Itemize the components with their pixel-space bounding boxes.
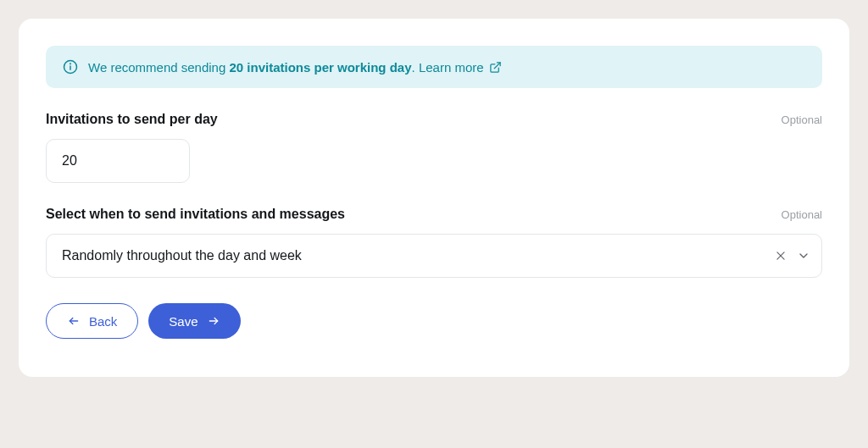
clear-icon[interactable] (775, 250, 787, 262)
schedule-label: Select when to send invitations and mess… (46, 207, 345, 222)
banner-suffix: . (412, 60, 419, 75)
field-header: Select when to send invitations and mess… (46, 207, 822, 222)
settings-card: We recommend sending 20 invitations per … (19, 19, 849, 377)
svg-line-3 (494, 62, 500, 68)
schedule-select-wrap: Randomly throughout the day and week (46, 234, 822, 278)
learn-more-label: Learn more (419, 60, 484, 75)
schedule-field: Select when to send invitations and mess… (46, 207, 822, 278)
field-header: Invitations to send per day Optional (46, 112, 822, 127)
button-row: Back Save (46, 303, 822, 339)
external-link-icon (489, 61, 502, 74)
chevron-down-icon[interactable] (797, 249, 810, 263)
select-actions (775, 249, 810, 263)
learn-more-link[interactable]: Learn more (419, 60, 502, 75)
banner-prefix: We recommend sending (88, 60, 229, 75)
arrow-left-icon (67, 315, 81, 327)
schedule-select[interactable]: Randomly throughout the day and week (46, 234, 822, 278)
schedule-value: Randomly throughout the day and week (62, 248, 302, 263)
banner-bold: 20 invitations per working day (229, 60, 411, 75)
invites-input[interactable] (46, 139, 190, 183)
optional-tag: Optional (782, 113, 822, 126)
invites-label: Invitations to send per day (46, 112, 218, 127)
info-icon (63, 59, 78, 75)
svg-point-2 (70, 64, 71, 64)
back-label: Back (89, 314, 117, 329)
banner-text: We recommend sending 20 invitations per … (88, 60, 502, 75)
recommendation-banner: We recommend sending 20 invitations per … (46, 46, 822, 88)
save-button[interactable]: Save (148, 303, 240, 339)
save-label: Save (169, 314, 198, 329)
invites-per-day-field: Invitations to send per day Optional (46, 112, 822, 183)
optional-tag: Optional (782, 208, 822, 221)
back-button[interactable]: Back (46, 303, 138, 339)
arrow-right-icon (207, 315, 220, 327)
